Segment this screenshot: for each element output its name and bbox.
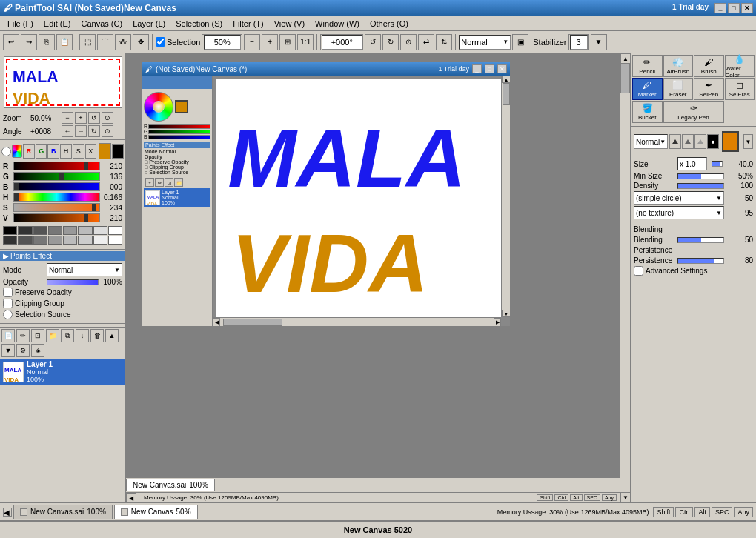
rotate-ccw[interactable]: ↺ — [365, 34, 381, 50]
minimize-button[interactable]: _ — [714, 3, 726, 13]
inner-scroll-right[interactable]: ▶ — [494, 318, 501, 326]
menu-view[interactable]: View (V) — [270, 19, 309, 29]
gray-swatch-9[interactable] — [18, 236, 32, 245]
inner-layer-item[interactable]: MALAVIDA Layer 1 Normal 100% — [144, 188, 210, 207]
scroll-v-thumb[interactable] — [620, 64, 630, 93]
selection-checkbox-label[interactable]: Selection — [156, 37, 200, 47]
brush-mode-select[interactable]: Normal ▼ — [634, 134, 668, 149]
paints-expand-icon[interactable]: ▶ — [3, 252, 9, 260]
color-h-btn[interactable]: H — [60, 144, 72, 159]
menu-file[interactable]: File (F) — [3, 19, 38, 29]
marker-tool[interactable]: 🖊 Marker — [632, 78, 663, 100]
legacy-pen-tool[interactable]: ✑ Legacy Pen — [663, 101, 724, 123]
inner-ctrl-key[interactable]: Ctrl — [554, 494, 568, 501]
zoom-input[interactable] — [204, 35, 241, 50]
brush-tool[interactable]: 🖌 Brush — [694, 55, 724, 77]
rotate-reset[interactable]: ⊙ — [400, 34, 417, 50]
toolbar-copy[interactable]: ⎘ — [39, 34, 55, 50]
minsize-slider[interactable] — [677, 173, 724, 179]
scroll-up-btn[interactable]: ▲ — [620, 53, 630, 64]
toolbar-magic-wand[interactable]: ⁂ — [115, 34, 131, 50]
gray-swatch-12[interactable] — [63, 236, 77, 245]
persistence-slider[interactable] — [677, 258, 724, 264]
layer-extra2[interactable]: ◈ — [31, 344, 44, 357]
inner-layer-btn1[interactable]: + — [145, 178, 154, 187]
airbrush-tool[interactable]: 💨 AirBrush — [663, 55, 694, 77]
brush-color-preview[interactable] — [722, 131, 739, 152]
preserve-opacity-check[interactable] — [3, 288, 13, 297]
current-color-swatch[interactable] — [99, 143, 111, 159]
menu-filter[interactable]: Filter (T) — [228, 19, 268, 29]
selection-checkbox[interactable] — [156, 37, 165, 47]
inner-tab-active[interactable]: New Canvas.sai 100% — [126, 479, 215, 491]
brush-mode-black[interactable]: ■ — [707, 134, 719, 149]
view-mode-select[interactable]: Normal ▼ — [459, 35, 511, 50]
gray-swatch-4[interactable] — [63, 226, 77, 235]
brush-mode-tri2[interactable] — [682, 134, 694, 149]
zoom-100[interactable]: 1:1 — [297, 34, 314, 50]
inner-b-slider[interactable] — [148, 135, 210, 139]
layer-move-up[interactable]: ▲ — [105, 329, 119, 342]
scroll-left-btn[interactable]: ◀ — [126, 493, 136, 502]
close-button[interactable]: ✕ — [741, 3, 753, 13]
inner-layer-btn3[interactable]: ⊡ — [165, 178, 173, 187]
zoom-extra[interactable]: ⊙ — [102, 112, 113, 124]
mode-select[interactable]: Normal ▼ — [47, 263, 122, 276]
inner-scroll-v[interactable]: ▲ ▼ — [501, 76, 510, 317]
inner-scroll-v-thumb[interactable] — [503, 83, 510, 105]
zoom-fit[interactable]: ⊞ — [279, 34, 296, 50]
inner-layer-btn2[interactable]: ✏ — [155, 178, 164, 187]
canvas-tab-2[interactable]: New Canvas 50% — [114, 505, 198, 519]
angle-extra[interactable]: ⊙ — [102, 125, 113, 137]
gray-swatch-15[interactable] — [108, 236, 122, 245]
color-circle-radio[interactable] — [1, 147, 11, 156]
density-slider[interactable] — [677, 183, 724, 189]
menu-selection[interactable]: Selection (S) — [171, 19, 227, 29]
flip-v[interactable]: ⇅ — [436, 34, 452, 50]
toolbar-redo[interactable]: ↪ — [21, 34, 37, 50]
seleras-tool[interactable]: ◻ SelEras — [725, 78, 755, 100]
inner-color-wheel[interactable] — [144, 92, 173, 122]
gray-swatch-13[interactable] — [78, 236, 92, 245]
color-x-btn[interactable]: X — [85, 144, 97, 159]
gray-swatch-14[interactable] — [93, 236, 107, 245]
layer-merge[interactable]: ↓ — [76, 329, 89, 342]
view-mode-toggle[interactable]: ▣ — [512, 34, 528, 50]
zoom-rotate-btn[interactable]: ↺ — [88, 112, 100, 124]
gray-swatch-8[interactable] — [3, 236, 17, 245]
zoom-increase[interactable]: + — [75, 112, 87, 124]
menu-others[interactable]: Others (O) — [365, 19, 413, 29]
flip-h[interactable]: ⇄ — [418, 34, 434, 50]
inner-scroll-h[interactable]: ◀ ▶ — [213, 317, 501, 326]
inner-scroll-up[interactable]: ▲ — [502, 76, 510, 83]
zoom-decrease[interactable]: − — [62, 112, 73, 124]
zoom-out[interactable]: − — [244, 34, 260, 50]
stabilizer-input[interactable] — [570, 35, 588, 50]
inner-spc-key[interactable]: SPC — [584, 494, 600, 501]
color-wheel-btn[interactable] — [12, 145, 22, 158]
opacity-slider[interactable] — [47, 279, 99, 285]
size-mult-select[interactable]: x 1.0 — [677, 157, 707, 170]
bucket-tool[interactable]: 🪣 Bucket — [632, 101, 663, 123]
menu-window[interactable]: Window (W) — [311, 19, 364, 29]
texture-select[interactable]: (no texture) ▼ — [634, 206, 724, 219]
menu-edit[interactable]: Edit (E) — [39, 19, 76, 29]
inner-scroll-left[interactable]: ◀ — [213, 318, 220, 326]
layer-group[interactable]: 📁 — [46, 329, 59, 342]
gray-swatch-11[interactable] — [48, 236, 62, 245]
toolbar-paste[interactable]: 📋 — [56, 34, 73, 50]
gray-swatch-5[interactable] — [78, 226, 92, 235]
selpen-tool[interactable]: ✒ SelPen — [694, 78, 724, 100]
layer-new-raster[interactable]: 📄 — [1, 329, 15, 342]
layer-extra1[interactable]: ⚙ — [16, 344, 30, 357]
r-slider[interactable] — [13, 162, 100, 170]
s-slider[interactable] — [13, 203, 100, 212]
pencil-tool[interactable]: ✏ Pencil — [632, 55, 663, 77]
brush-extra-btn[interactable]: ▼ — [743, 134, 753, 149]
selection-source-radio[interactable] — [3, 310, 13, 319]
toolbar-move[interactable]: ✥ — [133, 34, 149, 50]
menu-layer[interactable]: Layer (L) — [128, 19, 170, 29]
menu-canvas[interactable]: Canvas (C) — [77, 19, 127, 29]
layer-duplicate[interactable]: ⧉ — [61, 329, 74, 342]
angle-increase[interactable]: → — [75, 125, 87, 137]
